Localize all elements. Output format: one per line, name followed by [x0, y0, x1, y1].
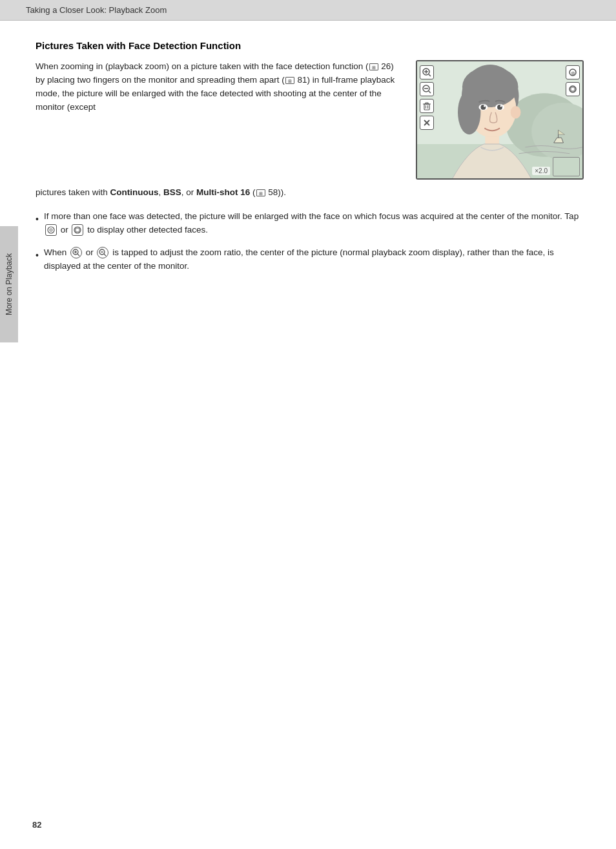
svg-rect-38: [76, 228, 79, 232]
bold-multishot: Multi-shot 16: [196, 187, 250, 197]
prev-face-icon: [72, 224, 83, 236]
cam-icon-right-b: [566, 82, 580, 96]
svg-line-45: [104, 254, 106, 256]
bullet-item-2: • When or is tapped to adjust the zoom r…: [36, 246, 584, 273]
cam-thumbnail: [553, 157, 580, 176]
bold-continuous: Continuous: [110, 187, 159, 197]
ref-icon-3: ⊞: [256, 189, 265, 196]
cam-right-sidebar: ⊛: [566, 65, 580, 96]
svg-point-9: [511, 106, 521, 119]
bullet-text-2: When or is tapped to adjust the zoom rat…: [44, 246, 584, 273]
cam-icon-zoom-in: [420, 65, 434, 79]
zoom-out-inline-icon: [97, 247, 108, 258]
side-tab: More on Playback: [0, 226, 18, 342]
svg-line-23: [429, 91, 431, 93]
bullet-to-text: to: [87, 225, 94, 235]
bold-bss: BSS: [163, 187, 181, 197]
header-bar: Taking a Closer Look: Playback Zoom: [0, 0, 616, 21]
svg-point-36: [50, 229, 52, 231]
camera-screen: ⊛ ✂ ×2.0: [416, 60, 584, 180]
svg-rect-34: [571, 87, 575, 91]
page-number: 82: [32, 820, 41, 830]
zoom-in-inline-icon: [70, 247, 82, 258]
svg-line-42: [77, 254, 79, 256]
svg-text:⊛: ⊛: [571, 70, 575, 76]
bullet-dot-2: •: [36, 249, 39, 263]
side-tab-label: More on Playback: [5, 253, 14, 315]
intro-area: When zooming in (playback zoom) on a pic…: [36, 60, 584, 180]
svg-rect-26: [426, 103, 428, 104]
cam-icon-close: [420, 116, 434, 130]
svg-line-20: [429, 74, 431, 76]
svg-point-35: [48, 227, 54, 233]
full-text-continuation: pictures taken with Continuous, BSS, or …: [36, 186, 584, 200]
cam-zoom-value: ×2.0: [532, 167, 550, 175]
svg-point-15: [500, 105, 502, 107]
bullet-list: • If more than one face was detected, th…: [36, 210, 584, 273]
svg-point-8: [458, 90, 480, 134]
next-face-icon: [45, 224, 57, 236]
intro-text: When zooming in (playback zoom) on a pic…: [36, 60, 403, 180]
cam-sidebar: [420, 65, 434, 130]
bullet-dot-1: •: [36, 213, 39, 227]
cam-icon-trash: [420, 99, 434, 113]
ref-icon-1: ⊞: [369, 63, 378, 70]
cam-icon-zoom-out: [420, 82, 434, 96]
ref-icon-2: ⊞: [285, 77, 294, 84]
bullet-text-1: If more than one face was detected, the …: [44, 210, 584, 237]
cam-icon-right-a: ⊛: [566, 65, 580, 79]
section-title: Pictures Taken with Face Detection Funct…: [36, 40, 584, 51]
svg-rect-24: [424, 104, 429, 110]
header-title: Taking a Closer Look: Playback Zoom: [26, 5, 167, 15]
svg-point-12: [484, 105, 486, 107]
main-content: Pictures Taken with Face Detection Funct…: [0, 21, 616, 308]
bullet-item-1: • If more than one face was detected, th…: [36, 210, 584, 237]
